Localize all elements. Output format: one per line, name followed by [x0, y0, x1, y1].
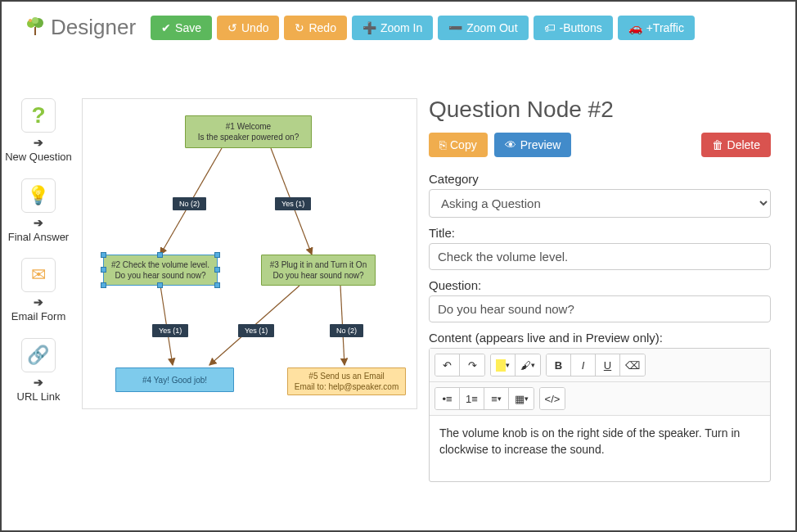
underline-icon: U	[604, 359, 611, 372]
palette-new-question[interactable]: ? ➔ New Question	[5, 98, 72, 164]
question-input[interactable]	[429, 295, 771, 322]
flow-node-5[interactable]: #5 Send us an Email Email to: help@speak…	[287, 367, 406, 395]
palette-final-answer[interactable]: 💡 ➔ Final Answer	[8, 178, 69, 244]
properties-panel: Question Node #2 ⎘Copy 👁Preview 🗑Delete …	[419, 65, 795, 530]
editor-italic-button[interactable]: I	[571, 354, 596, 376]
preview-button[interactable]: 👁Preview	[494, 133, 572, 157]
copy-icon: ⎘	[439, 138, 446, 151]
title-label: Title:	[429, 226, 771, 240]
content-textarea[interactable]: The volume knob is on the right side of …	[430, 416, 770, 481]
editor-toolbar-row-2: •≡ 1≡ ≡ ▦ </>	[430, 382, 770, 416]
redo-button[interactable]: ↻Redo	[284, 16, 346, 40]
buttons-toggle[interactable]: 🏷-Buttons	[534, 16, 613, 40]
edge-label[interactable]: No (2)	[330, 324, 363, 337]
redo-icon: ↷	[468, 359, 477, 372]
editor-source-button[interactable]: </>	[540, 388, 565, 409]
editor-undo-button[interactable]: ↶	[435, 354, 460, 376]
editor-ul-button[interactable]: •≡	[435, 388, 460, 409]
table-icon: ▦	[515, 393, 525, 405]
editor-erase-button[interactable]: ⌫	[620, 354, 645, 376]
panel-title: Question Node #2	[429, 97, 771, 123]
bullet-list-icon: •≡	[442, 393, 452, 405]
arrow-right-icon: ➔	[34, 376, 43, 389]
content-label: Content (appears live and in Preview onl…	[429, 331, 771, 345]
editor-underline-button[interactable]: U	[596, 354, 620, 376]
svg-rect-0	[34, 27, 36, 35]
trash-icon: 🗑	[712, 138, 723, 151]
highlight-icon	[496, 359, 506, 372]
align-icon: ≡	[491, 393, 498, 405]
tree-icon	[25, 16, 46, 40]
eraser-icon: ⌫	[625, 359, 640, 372]
envelope-icon: ✉	[21, 258, 56, 292]
category-select[interactable]: Asking a Question	[429, 189, 771, 218]
svg-point-3	[32, 17, 38, 24]
copy-button[interactable]: ⎘Copy	[429, 133, 488, 157]
car-icon: 🚗	[628, 21, 642, 34]
italic-icon: I	[582, 359, 585, 372]
plus-circle-icon: ➕	[362, 21, 376, 34]
arrow-right-icon: ➔	[34, 216, 43, 229]
editor-brush-button[interactable]: 🖌	[516, 354, 540, 376]
app-title: Designer	[51, 15, 136, 40]
editor-highlight-button[interactable]	[491, 354, 516, 376]
undo-icon: ↺	[227, 21, 237, 34]
editor-toolbar-row-1: ↶ ↷ 🖌 B I U ⌫	[430, 349, 770, 382]
editor-ol-button[interactable]: 1≡	[460, 388, 484, 409]
check-icon: ✔	[161, 21, 171, 34]
arrow-right-icon: ➔	[34, 136, 43, 149]
editor-table-button[interactable]: ▦	[509, 388, 534, 409]
traffic-toggle[interactable]: 🚗+Traffic	[618, 16, 695, 40]
tag-icon: 🏷	[544, 21, 556, 34]
flowchart-canvas[interactable]: No (2) Yes (1) Yes (1) Yes (1) No (2) #1…	[82, 98, 417, 409]
delete-button[interactable]: 🗑Delete	[701, 133, 771, 157]
flow-node-1[interactable]: #1 Welcome Is the speaker powered on?	[185, 115, 312, 148]
question-label: Question:	[429, 278, 771, 292]
arrow-right-icon: ➔	[34, 295, 43, 309]
numbered-list-icon: 1≡	[466, 393, 478, 405]
edge-label[interactable]: Yes (1)	[275, 197, 311, 210]
svg-point-4	[29, 19, 32, 22]
edge-label[interactable]: No (2)	[173, 197, 206, 210]
undo-button[interactable]: ↺Undo	[217, 16, 279, 40]
editor-redo-button[interactable]: ↷	[460, 354, 484, 376]
edge-label[interactable]: Yes (1)	[152, 324, 188, 337]
bold-icon: B	[555, 359, 562, 372]
link-icon: 🔗	[21, 338, 56, 372]
save-button[interactable]: ✔Save	[151, 16, 212, 40]
lightbulb-icon: 💡	[21, 178, 56, 213]
code-icon: </>	[545, 393, 561, 405]
node-palette: ? ➔ New Question 💡 ➔ Final Answer ✉ ➔ Em…	[2, 65, 75, 530]
category-label: Category	[429, 172, 771, 186]
redo-icon: ↻	[295, 21, 304, 34]
zoom-in-button[interactable]: ➕Zoom In	[352, 16, 433, 40]
flow-node-4[interactable]: #4 Yay! Good job!	[115, 367, 234, 392]
palette-email-form[interactable]: ✉ ➔ Email Form	[11, 258, 65, 323]
eye-icon: 👁	[505, 138, 516, 151]
editor-align-button[interactable]: ≡	[484, 388, 509, 409]
content-editor: ↶ ↷ 🖌 B I U ⌫ •≡	[429, 348, 771, 482]
minus-circle-icon: ➖	[448, 21, 462, 34]
title-input[interactable]	[429, 243, 771, 270]
zoom-out-button[interactable]: ➖Zoom Out	[438, 16, 528, 40]
main-toolbar: Designer ✔Save ↺Undo ↻Redo ➕Zoom In ➖Zoo…	[2, 2, 795, 47]
palette-url-link[interactable]: 🔗 ➔ URL Link	[17, 338, 61, 404]
undo-icon: ↶	[443, 359, 452, 372]
question-icon: ?	[21, 98, 56, 133]
edge-label[interactable]: Yes (1)	[238, 324, 274, 337]
flow-node-2[interactable]: #2 Check the volume level. Do you hear s…	[103, 255, 218, 286]
brush-icon: 🖌	[520, 359, 531, 372]
app-logo: Designer	[25, 15, 136, 40]
editor-bold-button[interactable]: B	[547, 354, 571, 376]
flow-node-3[interactable]: #3 Plug it in and Turn it On Do you hear…	[261, 255, 376, 286]
